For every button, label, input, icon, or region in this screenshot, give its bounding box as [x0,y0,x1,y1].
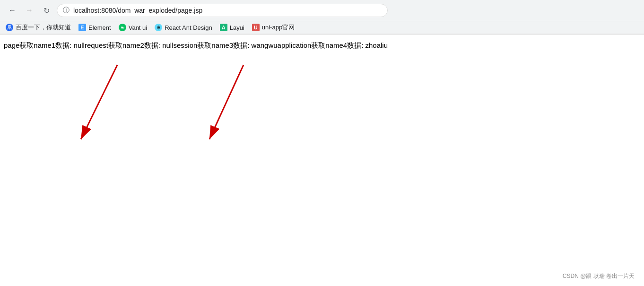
react-icon: ⚛ [155,24,162,31]
url-text: localhost:8080/dom_war_exploded/page.jsp [73,7,202,14]
bookmark-element-label: Element [88,24,111,31]
watermark-text: CSDN @跟 耿瑞 卷出一片天 [563,273,635,279]
uniapp-icon: U [252,24,260,31]
bookmark-layui[interactable]: A Layui [220,24,244,31]
browser-chrome: ← → ↻ ⓘ localhost:8080/dom_war_exploded/… [0,0,644,35]
page-content: page获取name1数据: nullrequest获取name2数据: nul… [0,35,644,156]
bookmark-uniapp[interactable]: U uni-app官网 [252,23,295,32]
bookmark-vant[interactable]: ❧ Vant ui [119,24,148,31]
vant-icon: ❧ [119,24,126,31]
address-bar[interactable]: ⓘ localhost:8080/dom_war_exploded/page.j… [57,4,388,17]
footer-watermark: CSDN @跟 耿瑞 卷出一片天 [563,272,635,280]
arrows-svg [4,56,640,151]
forward-button[interactable]: → [23,4,36,17]
bookmark-layui-label: Layui [230,24,244,31]
bookmark-baidu[interactable]: 爪 百度一下，你就知道 [6,23,71,32]
bookmark-uniapp-label: uni-app官网 [262,23,295,32]
reload-button[interactable]: ↻ [40,4,53,17]
bookmark-vant-label: Vant ui [129,24,148,31]
arrows-container [4,56,640,151]
arrow-1 [81,65,117,139]
element-icon: E [78,24,86,31]
bookmark-react[interactable]: ⚛ React Ant Design [155,24,212,31]
bookmark-element[interactable]: E Element [78,24,111,31]
bookmark-baidu-label: 百度一下，你就知道 [16,23,71,32]
page-main-text: page获取name1数据: nullrequest获取name2数据: nul… [4,40,640,51]
nav-bar: ← → ↻ ⓘ localhost:8080/dom_war_exploded/… [0,0,644,21]
bookmarks-bar: 爪 百度一下，你就知道 E Element ❧ Vant ui ⚛ React … [0,21,644,34]
baidu-icon: 爪 [6,24,13,31]
lock-icon: ⓘ [63,6,70,15]
layui-icon: A [220,24,227,31]
back-button[interactable]: ← [6,4,19,17]
bookmark-react-label: React Ant Design [165,24,212,31]
arrow-2 [209,65,244,139]
